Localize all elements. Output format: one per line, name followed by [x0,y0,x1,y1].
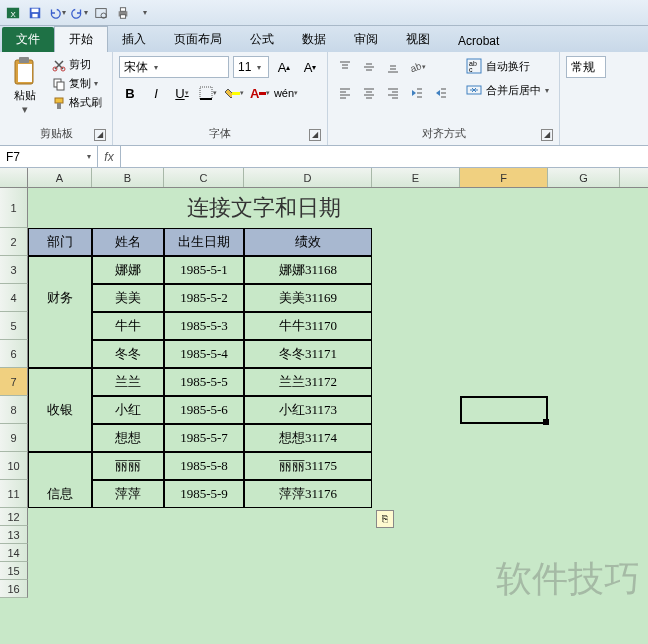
merge-center-button[interactable]: 合并后居中▾ [462,80,553,100]
table-cell[interactable]: 兰兰 [92,368,164,396]
table-cell[interactable]: 萍萍31176 [244,480,372,508]
excel-icon[interactable]: X [4,4,22,22]
table-cell[interactable]: 1985-5-2 [164,284,244,312]
bold-button[interactable]: B [119,82,141,104]
tab-view[interactable]: 视图 [392,27,444,52]
underline-button[interactable]: U▾ [171,82,193,104]
table-cell[interactable]: 1985-5-4 [164,340,244,368]
table-cell[interactable]: 丽丽31175 [244,452,372,480]
shrink-font-button[interactable]: A▾ [299,56,321,78]
table-cell[interactable]: 1985-5-7 [164,424,244,452]
cell-F1[interactable] [524,188,612,228]
table-cell[interactable]: 牛牛31170 [244,312,372,340]
copy-button[interactable]: 复制▾ [48,75,106,92]
table-cell[interactable]: 1985-5-8 [164,452,244,480]
indent-increase-button[interactable] [430,82,452,104]
tab-file[interactable]: 文件 [2,27,54,52]
cell-dept-1-label[interactable]: 财务 [28,284,92,312]
number-format-select[interactable]: 常规 [566,56,606,78]
align-bottom-button[interactable] [382,56,404,78]
tab-layout[interactable]: 页面布局 [160,27,236,52]
font-size-select[interactable]: 11▾ [233,56,269,78]
wrap-text-button[interactable]: abc自动换行 [462,56,553,76]
cell-header-dob[interactable]: 出生日期 [164,228,244,256]
row-header-3[interactable]: 3 [0,256,28,284]
tab-data[interactable]: 数据 [288,27,340,52]
indent-decrease-button[interactable] [406,82,428,104]
table-cell[interactable]: 冬冬 [92,340,164,368]
autofill-options-icon[interactable]: ⎘ [376,510,394,528]
font-launcher[interactable]: ◢ [309,129,321,141]
row-header-9[interactable]: 9 [0,424,28,452]
cell-dept-3-label[interactable]: 信息 [28,480,92,508]
row-header-12[interactable]: 12 [0,508,28,526]
cell-header-name[interactable]: 姓名 [92,228,164,256]
col-header-E[interactable]: E [372,168,460,187]
tab-review[interactable]: 审阅 [340,27,392,52]
table-cell[interactable]: 美美31169 [244,284,372,312]
table-cell[interactable]: 丽丽 [92,452,164,480]
align-center-button[interactable] [358,82,380,104]
row-header-2[interactable]: 2 [0,228,28,256]
grow-font-button[interactable]: A▴ [273,56,295,78]
tab-acrobat[interactable]: Acrobat [444,30,513,52]
phonetic-button[interactable]: wén▾ [275,82,297,104]
row-header-16[interactable]: 16 [0,580,28,598]
table-cell[interactable]: 小红 [92,396,164,424]
table-cell[interactable]: 娜娜 [92,256,164,284]
save-icon[interactable] [26,4,44,22]
select-all-button[interactable] [0,168,28,187]
table-cell[interactable]: 牛牛 [92,312,164,340]
row-header-7[interactable]: 7 [0,368,28,396]
col-header-A[interactable]: A [28,168,92,187]
cell-dept-2-label[interactable]: 收银 [28,396,92,424]
redo-icon[interactable]: ▾ [70,4,88,22]
format-painter-button[interactable]: 格式刷 [48,94,106,111]
table-cell[interactable]: 小红31173 [244,396,372,424]
table-cell[interactable]: 冬冬31171 [244,340,372,368]
font-color-button[interactable]: A▾ [249,82,271,104]
font-name-select[interactable]: 宋体▾ [119,56,229,78]
print-preview-icon[interactable] [92,4,110,22]
row-header-13[interactable]: 13 [0,526,28,544]
qat-more-icon[interactable]: ▾ [136,4,154,22]
italic-button[interactable]: I [145,82,167,104]
align-top-button[interactable] [334,56,356,78]
row-header-15[interactable]: 15 [0,562,28,580]
table-cell[interactable]: 1985-5-6 [164,396,244,424]
cell-A1[interactable] [28,188,92,228]
table-cell[interactable]: 萍萍 [92,480,164,508]
table-cell[interactable]: 1985-5-5 [164,368,244,396]
col-header-F[interactable]: F [460,168,548,187]
col-header-B[interactable]: B [92,168,164,187]
table-cell[interactable]: 想想 [92,424,164,452]
row-header-10[interactable]: 10 [0,452,28,480]
align-middle-button[interactable] [358,56,380,78]
row-header-8[interactable]: 8 [0,396,28,424]
clipboard-launcher[interactable]: ◢ [94,129,106,141]
table-cell[interactable]: 1985-5-3 [164,312,244,340]
align-left-button[interactable] [334,82,356,104]
tab-home[interactable]: 开始 [54,26,108,52]
tab-insert[interactable]: 插入 [108,27,160,52]
row-header-1[interactable]: 1 [0,188,28,228]
cell-F7[interactable] [460,368,548,396]
row-header-6[interactable]: 6 [0,340,28,368]
align-launcher[interactable]: ◢ [541,129,553,141]
table-cell[interactable]: 兰兰31172 [244,368,372,396]
col-header-G[interactable]: G [548,168,620,187]
align-right-button[interactable] [382,82,404,104]
cell-header-perf[interactable]: 绩效 [244,228,372,256]
row-header-11[interactable]: 11 [0,480,28,508]
table-cell[interactable]: 美美 [92,284,164,312]
undo-icon[interactable]: ▾ [48,4,66,22]
row-header-14[interactable]: 14 [0,544,28,562]
formula-input[interactable] [121,146,648,167]
table-cell[interactable]: 1985-5-9 [164,480,244,508]
paste-button[interactable]: 粘贴 ▾ [6,56,44,124]
tab-formula[interactable]: 公式 [236,27,288,52]
fx-button[interactable]: fx [98,150,120,164]
cell-E1[interactable] [436,188,524,228]
cell-dept-1[interactable] [28,256,92,284]
name-box[interactable]: F7▾ [0,146,98,167]
